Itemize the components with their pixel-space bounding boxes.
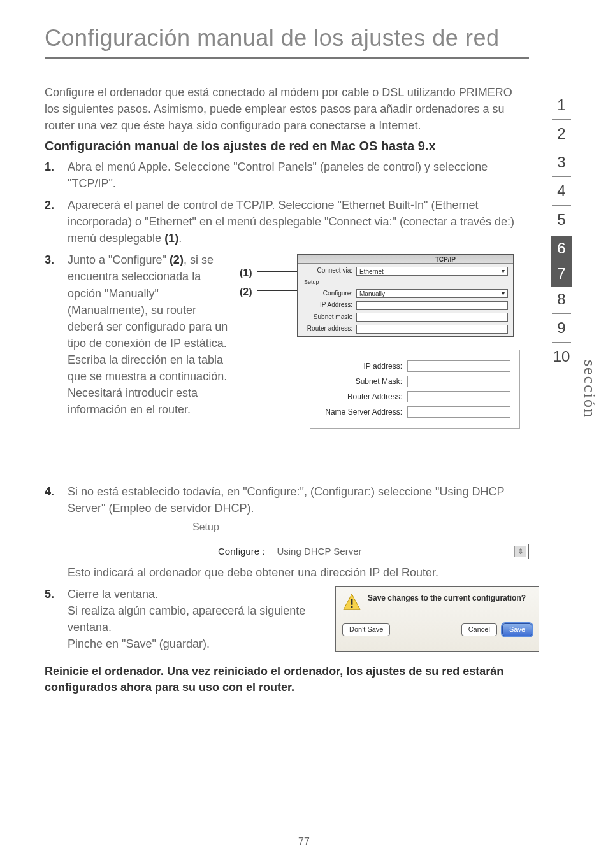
step-2-text: Aparecerá el panel de control de TCP/IP.… bbox=[68, 197, 529, 246]
ip-summary-panel: IP address: Subnet Mask: Router Address: bbox=[310, 350, 520, 429]
pointer-1-label: (1) bbox=[240, 266, 252, 280]
step-5: 5. Cierre la ventana. Si realiza algún c… bbox=[45, 586, 529, 652]
step-3-number: 3. bbox=[45, 252, 68, 445]
pointer-2-line bbox=[257, 290, 297, 291]
step-3-text: Junto a "Configure" (2), si se encuentra… bbox=[68, 252, 233, 445]
step-4-text-pre: Si no está establecido todavía, en "Conf… bbox=[68, 483, 529, 516]
title-rule bbox=[45, 57, 529, 59]
setup-divider bbox=[227, 525, 529, 525]
setup-fragment: Setup Configure : Using DHCP Server ⇕ bbox=[192, 518, 529, 559]
section-nav-5[interactable]: 5 bbox=[551, 207, 572, 232]
step-2: 2. Aparecerá el panel de control de TCP/… bbox=[45, 197, 529, 246]
step-5-line-3: Pinche en "Save" (guardar). bbox=[68, 636, 335, 652]
ip-panel-subnet-label: Subnet Mask: bbox=[319, 376, 402, 387]
section-label: sección bbox=[580, 360, 599, 418]
configure-combo[interactable]: Manually bbox=[356, 289, 508, 298]
setup-configure-value: Using DHCP Server bbox=[277, 544, 361, 559]
closing-note: Reinicie el ordenador. Una vez reiniciad… bbox=[45, 664, 529, 695]
section-nav-3[interactable]: 3 bbox=[551, 150, 572, 175]
cancel-button[interactable]: Cancel bbox=[461, 623, 497, 636]
pointer-1-line bbox=[257, 271, 297, 272]
tcpip-titlebar bbox=[298, 255, 513, 264]
section-nav-9[interactable]: 9 bbox=[551, 315, 572, 341]
router-address-label: Router address: bbox=[303, 324, 352, 334]
tcpip-dialog: TCP/IP Connect via: Ethernet Setup Confi… bbox=[297, 254, 514, 337]
ip-panel-ip-field[interactable] bbox=[407, 360, 510, 372]
configure-label: Configure: bbox=[303, 289, 352, 299]
subnet-mask-label: Subnet mask: bbox=[303, 313, 352, 322]
save-button[interactable]: Save bbox=[502, 623, 532, 636]
step-3-ref: (2) bbox=[170, 253, 184, 266]
step-1-number: 1. bbox=[45, 159, 68, 192]
step-5-line-2: Si realiza algún cambio, aparecerá la si… bbox=[68, 602, 335, 636]
svg-rect-1 bbox=[351, 599, 353, 604]
setup-group-label: Setup bbox=[304, 278, 507, 287]
subheading: Configuración manual de los ajustes de r… bbox=[45, 139, 563, 153]
step-2-ref: (1) bbox=[164, 232, 178, 245]
section-nav: 1 2 3 4 5 6 7 8 9 10 bbox=[551, 92, 572, 369]
ip-panel-subnet-field[interactable] bbox=[407, 376, 510, 387]
subnet-mask-field[interactable] bbox=[356, 313, 508, 322]
ip-panel-nameserver-field[interactable] bbox=[407, 406, 510, 418]
setup-fragment-title: Setup bbox=[192, 522, 219, 532]
step-5-line-1: Cierre la ventana. bbox=[68, 586, 335, 602]
section-nav-4[interactable]: 4 bbox=[551, 178, 572, 204]
chevron-updown-icon: ⇕ bbox=[514, 546, 526, 557]
svg-rect-2 bbox=[351, 606, 353, 608]
step-5-number: 5. bbox=[45, 586, 68, 652]
step-1-text: Abra el menú Apple. Seleccione "Control … bbox=[68, 159, 529, 192]
step-4-text-post: Esto indicará al ordenador que debe obte… bbox=[68, 564, 529, 581]
setup-configure-label: Configure : bbox=[218, 544, 264, 559]
section-nav-7[interactable]: 7 bbox=[551, 261, 572, 287]
ip-panel-router-label: Router Address: bbox=[319, 392, 402, 402]
section-nav-8[interactable]: 8 bbox=[551, 287, 572, 312]
step-2-text-post: . bbox=[178, 232, 182, 245]
ip-panel-nameserver-label: Name Server Address: bbox=[319, 407, 402, 418]
step-2-text-pre: Aparecerá el panel de control de TCP/IP.… bbox=[68, 199, 514, 245]
save-dialog-text: Save changes to the current configuratio… bbox=[368, 593, 526, 604]
connect-via-value: Ethernet bbox=[359, 268, 384, 275]
step-3: 3. Junto a "Configure" (2), si se encuen… bbox=[45, 252, 529, 445]
ip-panel-router-field[interactable] bbox=[407, 391, 510, 402]
configure-value: Manually bbox=[359, 290, 385, 297]
section-nav-1[interactable]: 1 bbox=[551, 92, 572, 118]
step-3-text-post: , si se encuentra seleccionada la opción… bbox=[68, 253, 228, 416]
step-4-number: 4. bbox=[45, 483, 68, 580]
section-nav-2[interactable]: 2 bbox=[551, 121, 572, 146]
router-address-field[interactable] bbox=[356, 325, 508, 334]
step-1: 1. Abra el menú Apple. Seleccione "Contr… bbox=[45, 159, 529, 192]
intro-paragraph: Configure el ordenador que está conectad… bbox=[45, 84, 516, 134]
section-nav-6[interactable]: 6 bbox=[551, 236, 572, 261]
page-number: 77 bbox=[0, 836, 608, 848]
dont-save-button[interactable]: Don't Save bbox=[342, 623, 390, 636]
section-nav-10[interactable]: 10 bbox=[551, 344, 572, 369]
save-dialog: Save changes to the current configuratio… bbox=[335, 586, 539, 652]
pointer-2-label: (2) bbox=[240, 285, 252, 299]
setup-configure-select[interactable]: Using DHCP Server ⇕ bbox=[271, 544, 529, 559]
connect-via-combo[interactable]: Ethernet bbox=[356, 267, 508, 276]
ip-address-field[interactable] bbox=[356, 301, 508, 310]
tcpip-title: TCP/IP bbox=[435, 255, 456, 265]
connect-via-label: Connect via: bbox=[303, 266, 352, 276]
ip-panel-ip-label: IP address: bbox=[319, 361, 402, 372]
step-2-number: 2. bbox=[45, 197, 68, 246]
step-4: 4. Si no está establecido todavía, en "C… bbox=[45, 483, 529, 580]
page-title: Configuración manual de los ajustes de r… bbox=[45, 25, 563, 51]
ip-address-label: IP Address: bbox=[303, 301, 352, 310]
step-3-text-pre: Junto a "Configure" bbox=[68, 253, 170, 266]
warning-icon bbox=[342, 593, 361, 612]
